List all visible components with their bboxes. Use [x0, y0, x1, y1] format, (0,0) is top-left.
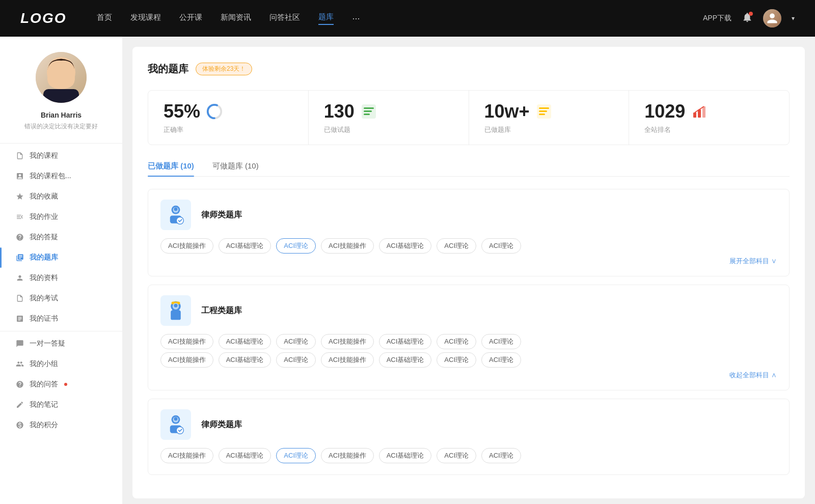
- nav-link-qa[interactable]: 问答社区: [269, 13, 300, 24]
- stat-done-banks: 10w+ 已做题库: [469, 91, 630, 145]
- nav-link-home[interactable]: 首页: [97, 13, 112, 24]
- nav-link-news[interactable]: 新闻资讯: [221, 13, 251, 24]
- bank-card-engineer-tags-row2: ACI技能操作 ACI基础理论 ACI理论 ACI技能操作 ACI基础理论 AC…: [160, 352, 777, 368]
- eng-tag-r2-2[interactable]: ACI理论: [276, 352, 316, 368]
- sidebar-item-my-exam-label: 我的考试: [30, 294, 58, 303]
- nav-app-download[interactable]: APP下载: [703, 14, 731, 23]
- eng-tag-r2-0[interactable]: ACI技能操作: [160, 352, 213, 368]
- sidebar-item-tutoring[interactable]: 一对一答疑: [0, 333, 122, 354]
- l2-tag-1[interactable]: ACI基础理论: [219, 448, 271, 463]
- sidebar-item-my-exam[interactable]: 我的考试: [0, 288, 122, 309]
- sidebar-item-my-qa[interactable]: 我的答疑: [0, 227, 122, 247]
- bank-card-lawyer-1-header: 律师类题库: [160, 200, 777, 230]
- sidebar-item-my-notes-label: 我的笔记: [30, 400, 58, 409]
- nav-bell-button[interactable]: [742, 12, 753, 25]
- stat-done-questions: 130 已做试题: [309, 91, 469, 145]
- l2-tag-4[interactable]: ACI基础理论: [379, 448, 432, 463]
- bank-card-engineer-footer: 收起全部科目 ∧: [160, 371, 777, 380]
- eng-tag-r2-4[interactable]: ACI基础理论: [379, 352, 432, 368]
- sidebar-menu: 我的课程 我的课程包... 我的收藏 我的作业: [0, 146, 122, 435]
- stats-row: 55% 正确率 130: [148, 90, 790, 145]
- nav-link-opencourse[interactable]: 公开课: [179, 13, 202, 24]
- my-courses-icon: [15, 151, 24, 160]
- my-questions-icon: [15, 380, 24, 389]
- bank-tag-5[interactable]: ACI理论: [437, 238, 476, 254]
- sidebar-item-my-homework[interactable]: 我的作业: [0, 207, 122, 227]
- stat-rank-value-row: 1029: [644, 101, 774, 122]
- nav-chevron-down-icon[interactable]: ▾: [792, 15, 795, 22]
- bank-card-lawyer-1-footer: 展开全部科目 ∨: [160, 257, 777, 266]
- tab-done-banks[interactable]: 已做题库 (10): [148, 161, 194, 176]
- svg-point-28: [176, 427, 183, 434]
- sidebar-item-my-packages[interactable]: 我的课程包...: [0, 166, 122, 186]
- sidebar-item-my-favorites[interactable]: 我的收藏: [0, 186, 122, 207]
- bank-tag-2[interactable]: ACI理论: [276, 238, 316, 254]
- sidebar-item-my-questions[interactable]: 我的问答: [0, 374, 122, 395]
- nav-logo[interactable]: LOGO: [20, 10, 66, 26]
- bank-tag-6[interactable]: ACI理论: [481, 238, 521, 254]
- sidebar-item-my-group[interactable]: 我的小组: [0, 354, 122, 374]
- l2-tag-5[interactable]: ACI理论: [437, 448, 476, 463]
- tabs-row: 已做题库 (10) 可做题库 (10): [148, 161, 790, 177]
- navbar: LOGO 首页 发现课程 公开课 新闻资讯 问答社区 题库 ··· APP下载 …: [0, 0, 815, 37]
- svg-point-18: [174, 207, 178, 211]
- eng-tag-r2-3[interactable]: ACI技能操作: [321, 352, 374, 368]
- bank-card-engineer: 工程类题库 ACI技能操作 ACI基础理论 ACI理论 ACI技能操作 ACI基…: [148, 285, 790, 390]
- nav-link-bank[interactable]: 题库: [318, 12, 334, 25]
- sidebar-item-my-notes[interactable]: 我的笔记: [0, 395, 122, 415]
- sidebar-item-my-bank[interactable]: 我的题库: [0, 247, 122, 268]
- bank-card-lawyer-1-expand[interactable]: 展开全部科目 ∨: [729, 257, 777, 266]
- bank-card-lawyer-2: 律师类题库 ACI技能操作 ACI基础理论 ACI理论 ACI技能操作 ACI基…: [148, 399, 790, 475]
- eng-tag-r1-3[interactable]: ACI技能操作: [321, 334, 374, 349]
- bank-card-engineer-header: 工程类题库: [160, 295, 777, 326]
- nav-link-discover[interactable]: 发现课程: [130, 13, 161, 24]
- stat-rank: 1029 全站排名: [629, 91, 789, 145]
- eng-tag-r1-5[interactable]: ACI理论: [437, 334, 476, 349]
- eng-tag-r1-0[interactable]: ACI技能操作: [160, 334, 213, 349]
- tab-available-banks[interactable]: 可做题库 (10): [212, 161, 259, 176]
- bank-tag-0[interactable]: ACI技能操作: [160, 238, 213, 254]
- eng-tag-r1-6[interactable]: ACI理论: [481, 334, 521, 349]
- bank-tag-4[interactable]: ACI基础理论: [379, 238, 432, 254]
- bank-card-engineer-expand[interactable]: 收起全部科目 ∧: [729, 371, 777, 380]
- bank-tag-3[interactable]: ACI技能操作: [321, 238, 374, 254]
- l2-tag-2[interactable]: ACI理论: [276, 448, 316, 463]
- eng-tag-r2-1[interactable]: ACI基础理论: [219, 352, 271, 368]
- stat-done-banks-value: 10w+: [484, 101, 530, 122]
- nav-user-avatar[interactable]: [763, 9, 781, 27]
- bank-tag-1[interactable]: ACI基础理论: [219, 238, 271, 254]
- bank-card-engineer-icon: [160, 295, 191, 326]
- sidebar-item-my-cert-label: 我的证书: [30, 314, 58, 323]
- my-cert-icon: [15, 314, 24, 323]
- sidebar-user-motto: 错误的决定比没有决定要好: [14, 122, 108, 131]
- svg-rect-6: [364, 110, 372, 112]
- sidebar-item-my-profile[interactable]: 我的资料: [0, 268, 122, 288]
- nav-link-more[interactable]: ···: [352, 13, 360, 24]
- my-qa-icon: [15, 233, 24, 242]
- l2-tag-0[interactable]: ACI技能操作: [160, 448, 213, 463]
- sidebar-item-my-favorites-label: 我的收藏: [30, 192, 58, 201]
- svg-rect-10: [539, 110, 547, 112]
- avatar-image: [36, 52, 87, 103]
- stat-rank-label: 全站排名: [644, 125, 774, 134]
- sidebar-item-my-points[interactable]: 我的积分: [0, 415, 122, 435]
- my-bank-icon: [15, 253, 24, 262]
- bank-card-engineer-title: 工程类题库: [201, 305, 242, 316]
- sidebar-item-my-points-label: 我的积分: [30, 421, 58, 430]
- sidebar-item-my-courses-label: 我的课程: [30, 151, 58, 160]
- page-body: Brian Harris 错误的决定比没有决定要好 我的课程 我的课程包...: [0, 37, 815, 504]
- eng-tag-r2-6[interactable]: ACI理论: [481, 352, 521, 368]
- eng-tag-r1-4[interactable]: ACI基础理论: [379, 334, 432, 349]
- eng-tag-r2-5[interactable]: ACI理论: [437, 352, 476, 368]
- eng-tag-r1-2[interactable]: ACI理论: [276, 334, 316, 349]
- nav-links: 首页 发现课程 公开课 新闻资讯 问答社区 题库 ···: [97, 12, 703, 25]
- bank-card-engineer-tags-row1: ACI技能操作 ACI基础理论 ACI理论 ACI技能操作 ACI基础理论 AC…: [160, 334, 777, 349]
- l2-tag-6[interactable]: ACI理论: [481, 448, 521, 463]
- sidebar-item-my-group-label: 我的小组: [30, 359, 58, 369]
- my-homework-icon: [15, 212, 24, 221]
- nav-right: APP下载 ▾: [703, 9, 795, 27]
- l2-tag-3[interactable]: ACI技能操作: [321, 448, 374, 463]
- sidebar-item-my-courses[interactable]: 我的课程: [0, 146, 122, 166]
- eng-tag-r1-1[interactable]: ACI基础理论: [219, 334, 271, 349]
- sidebar-item-my-cert[interactable]: 我的证书: [0, 309, 122, 329]
